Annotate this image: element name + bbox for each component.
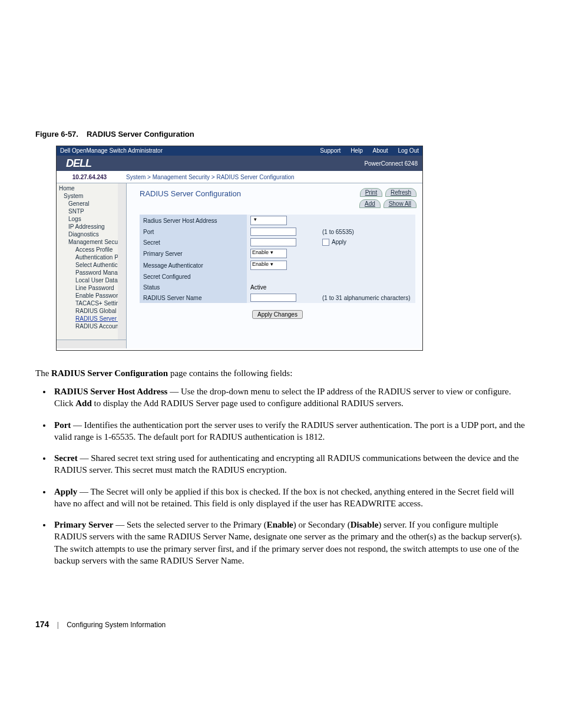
nav-lpw[interactable]: Line Password: [59, 284, 126, 292]
brand-row: DELL PowerConnect 6248: [57, 156, 422, 171]
nav-rgc[interactable]: RADIUS Global Configu: [59, 307, 126, 315]
logout-link[interactable]: Log Out: [398, 147, 419, 154]
nav-logs[interactable]: Logs: [59, 215, 126, 223]
nav-pwm[interactable]: Password Managemen: [59, 269, 126, 276]
nav-sntp[interactable]: SNTP: [59, 207, 126, 215]
refresh-button[interactable]: Refresh: [385, 188, 416, 197]
host-select[interactable]: ▾: [250, 216, 287, 225]
msgauth-select[interactable]: Enable ▾: [250, 261, 287, 270]
lbl-sconf: Secret Configured: [140, 271, 247, 282]
lead-paragraph: The RADIUS Server Configuration page con…: [35, 368, 527, 378]
rname-input[interactable]: [250, 294, 296, 302]
print-button[interactable]: Print: [360, 188, 383, 197]
breadcrumb-row: 10.27.64.243 System > Management Securit…: [57, 171, 422, 183]
secret-input[interactable]: [250, 238, 296, 246]
titlebar-links: Support Help About Log Out: [312, 146, 419, 156]
figure-caption: Figure 6-57.RADIUS Server Configuration: [35, 130, 527, 139]
figure-title: RADIUS Server Configuration: [87, 130, 194, 139]
lbl-primary: Primary Server: [140, 248, 247, 259]
nav-tree[interactable]: Home System General SNTP Logs IP Address…: [57, 183, 127, 348]
footer-sep: |: [57, 621, 59, 629]
support-link[interactable]: Support: [320, 147, 340, 154]
help-link[interactable]: Help: [351, 147, 363, 154]
nav-home[interactable]: Home: [59, 185, 126, 192]
lbl-port: Port: [140, 226, 247, 237]
bullet-port: Port — Identifies the authentication por…: [52, 419, 527, 443]
bullet-host: RADIUS Server Host Address — Use the dro…: [52, 386, 527, 410]
nav-rsc[interactable]: RADIUS Server Configu: [59, 315, 126, 322]
lbl-host: Radius Server Host Address: [140, 215, 247, 226]
nav-epw[interactable]: Enable Password: [59, 292, 126, 299]
nav-ap[interactable]: Access Profile: [59, 246, 126, 253]
lbl-msgauth: Message Authenticator: [140, 259, 247, 271]
nav-scrollbar[interactable]: [118, 183, 126, 348]
showall-button[interactable]: Show All: [384, 199, 416, 208]
add-button[interactable]: Add: [359, 199, 381, 208]
port-input[interactable]: [250, 228, 296, 236]
lbl-status: Status: [140, 282, 247, 292]
page-number: 174: [35, 620, 49, 629]
action-tabs: Print Refresh Add Show All: [358, 188, 416, 210]
about-link[interactable]: About: [372, 147, 388, 154]
nav-ipaddr[interactable]: IP Addressing: [59, 223, 126, 230]
product-name: PowerConnect 6248: [364, 160, 418, 167]
nav-sauth[interactable]: Select Authentication: [59, 261, 126, 269]
bullet-secret: Secret — Shared secret text string used …: [52, 452, 527, 476]
form-table: Radius Server Host Address ▾ Port (1 to …: [140, 215, 415, 303]
main-panel: Print Refresh Add Show All RADIUS Server…: [127, 183, 422, 348]
figure-number: Figure 6-57.: [35, 130, 78, 139]
screenshot: Dell OpenManage Switch Administrator Sup…: [56, 146, 423, 351]
nav-ludb[interactable]: Local User Database: [59, 276, 126, 284]
app-title: Dell OpenManage Switch Administrator: [60, 146, 163, 156]
section-name: Configuring System Information: [67, 621, 166, 629]
lbl-rname: RADIUS Server Name: [140, 292, 247, 303]
page-footer: 174 | Configuring System Information: [35, 620, 527, 629]
nav-diag[interactable]: Diagnostics: [59, 230, 126, 238]
dell-logo: DELL: [66, 157, 91, 170]
body-text: The RADIUS Server Configuration page con…: [35, 368, 527, 566]
apply-changes-button[interactable]: Apply Changes: [252, 310, 303, 319]
nav-hscroll[interactable]: [57, 340, 126, 348]
apply-cb-label: Apply: [332, 239, 346, 245]
nav-system[interactable]: System: [59, 192, 126, 200]
bullet-apply: Apply — The Secret will only be applied …: [52, 486, 527, 510]
primary-select[interactable]: Enable ▾: [250, 249, 287, 258]
port-hint: (1 to 65535): [319, 226, 415, 237]
rname-hint: (1 to 31 alphanumeric characters): [319, 292, 415, 303]
breadcrumb: System > Management Security > RADIUS Se…: [123, 174, 295, 180]
nav-msec[interactable]: Management Security: [59, 238, 126, 246]
device-ip: 10.27.64.243: [57, 174, 123, 180]
nav-tac[interactable]: TACACS+ Settings: [59, 299, 126, 307]
nav-general[interactable]: General: [59, 200, 126, 207]
bullet-primary: Primary Server — Sets the selected serve…: [52, 519, 527, 566]
lbl-secret: Secret: [140, 237, 247, 248]
nav-authp[interactable]: Authentication Profiles: [59, 253, 126, 261]
window-titlebar: Dell OpenManage Switch Administrator Sup…: [57, 146, 422, 156]
nav-rac[interactable]: RADIUS Accounting S: [59, 322, 126, 330]
apply-checkbox[interactable]: [322, 239, 329, 246]
status-value: Active: [247, 282, 319, 292]
